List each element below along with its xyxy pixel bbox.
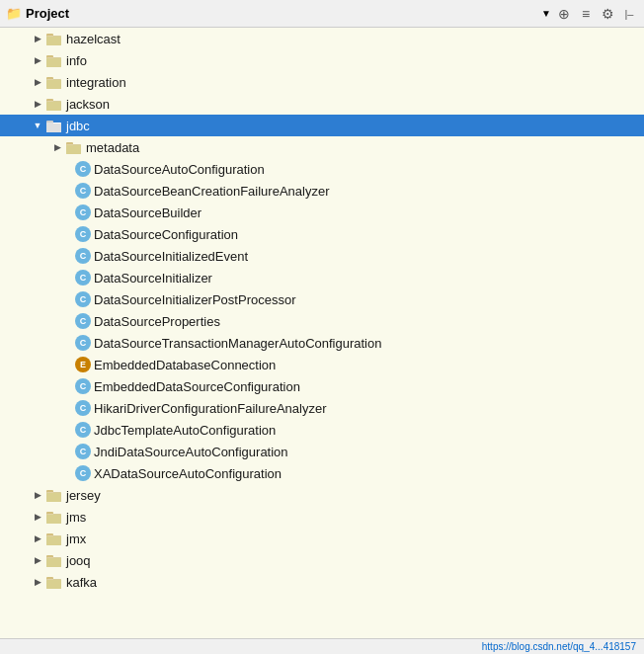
minimize-icon[interactable]: |–	[620, 5, 638, 23]
tree-item-EmbeddedDatabaseConnection[interactable]: EEmbeddedDatabaseConnection	[0, 354, 644, 375]
svg-rect-27	[46, 493, 61, 502]
class-badge: C	[75, 400, 91, 416]
item-label: DataSourceInitializedEvent	[94, 249, 248, 264]
toolbar-title: Project	[26, 6, 537, 21]
status-bar: https://blog.csdn.net/qq_4...418157	[0, 638, 644, 654]
item-label: DataSourceAutoConfiguration	[94, 162, 265, 177]
svg-rect-43	[46, 580, 61, 589]
tree-item-info[interactable]: info	[0, 49, 644, 71]
item-label: DataSourceProperties	[94, 314, 220, 329]
svg-rect-39	[46, 558, 61, 567]
folder-icon	[45, 531, 63, 545]
tree-container: hazelcast info integration jackson jdbc	[0, 28, 644, 654]
folder-icon	[45, 488, 63, 502]
folder-icon	[45, 97, 63, 111]
item-label: kafka	[66, 575, 97, 590]
tree-arrow	[30, 52, 45, 68]
svg-rect-23	[66, 145, 81, 154]
svg-rect-3	[46, 37, 61, 45]
item-label: info	[66, 53, 87, 68]
class-badge: C	[75, 226, 91, 242]
tree-item-kafka[interactable]: kafka	[0, 571, 644, 593]
item-label: jersey	[66, 488, 101, 503]
folder-icon	[45, 553, 63, 567]
class-badge: C	[75, 248, 91, 264]
tree-arrow	[30, 509, 45, 525]
tree-item-hazelcast[interactable]: hazelcast	[0, 28, 644, 49]
project-icon: 📁	[6, 6, 22, 21]
item-label: JndiDataSourceAutoConfiguration	[94, 445, 288, 459]
tree-item-jmx[interactable]: jmx	[0, 528, 644, 549]
layout-icon[interactable]: ≡	[577, 5, 595, 23]
item-label: XADataSourceAutoConfiguration	[94, 466, 282, 481]
class-badge: C	[75, 465, 91, 481]
folder-icon	[65, 140, 83, 154]
item-label: jmx	[66, 531, 86, 546]
tree-arrow	[30, 74, 45, 90]
item-label: jms	[66, 510, 86, 525]
status-url: https://blog.csdn.net/qq_4...418157	[482, 641, 636, 652]
tree-item-DataSourceProperties[interactable]: CDataSourceProperties	[0, 310, 644, 332]
tree-item-metadata[interactable]: metadata	[0, 136, 644, 158]
dropdown-arrow[interactable]: ▼	[541, 8, 551, 19]
item-label: DataSourceBeanCreationFailureAnalyzer	[94, 184, 329, 199]
item-label: DataSourceBuilder	[94, 205, 201, 220]
folder-icon	[45, 53, 63, 67]
add-icon[interactable]: ⊕	[555, 5, 573, 23]
svg-rect-7	[46, 58, 61, 67]
tree-item-jdbc[interactable]: jdbc	[0, 115, 644, 136]
item-label: jackson	[66, 97, 110, 112]
folder-icon	[45, 575, 63, 589]
tree-item-XADataSourceAutoConfiguration[interactable]: CXADataSourceAutoConfiguration	[0, 462, 644, 484]
folder-icon	[45, 75, 63, 89]
tree-item-JndiDataSourceAutoConfiguration[interactable]: CJndiDataSourceAutoConfiguration	[0, 441, 644, 462]
svg-rect-19	[46, 123, 61, 132]
tree-item-DataSourceBeanCreationFailureAnalyzer[interactable]: CDataSourceBeanCreationFailureAnalyzer	[0, 180, 644, 202]
class-badge: C	[75, 161, 91, 177]
tree-item-DataSourceInitializerPostProcessor[interactable]: CDataSourceInitializerPostProcessor	[0, 288, 644, 310]
svg-rect-15	[46, 102, 61, 111]
class-badge: C	[75, 291, 91, 307]
tree-item-jooq[interactable]: jooq	[0, 549, 644, 571]
svg-rect-11	[46, 80, 61, 89]
item-label: jdbc	[66, 119, 90, 133]
tree-item-DataSourceTransactionManagerAutoConfiguration[interactable]: CDataSourceTransactionManagerAutoConfigu…	[0, 332, 644, 354]
tree-arrow	[30, 96, 45, 112]
tree-arrow	[30, 574, 45, 590]
item-label: DataSourceInitializer	[94, 271, 212, 286]
toolbar: 📁 Project ▼ ⊕ ≡ ⚙ |–	[0, 0, 644, 28]
tree-arrow	[30, 487, 45, 503]
tree-arrow	[49, 139, 65, 155]
item-label: DataSourceConfiguration	[94, 227, 238, 242]
svg-rect-31	[46, 515, 61, 524]
item-label: DataSourceTransactionManagerAutoConfigur…	[94, 336, 381, 351]
item-label: JdbcTemplateAutoConfiguration	[94, 423, 276, 438]
tree-item-HikariDriverConfigurationFailureAnalyzer[interactable]: CHikariDriverConfigurationFailureAnalyze…	[0, 397, 644, 419]
item-label: DataSourceInitializerPostProcessor	[94, 292, 295, 307]
tree-item-DataSourceInitializer[interactable]: CDataSourceInitializer	[0, 267, 644, 288]
tree-item-JdbcTemplateAutoConfiguration[interactable]: CJdbcTemplateAutoConfiguration	[0, 419, 644, 441]
tree-item-integration[interactable]: integration	[0, 71, 644, 93]
item-label: jooq	[66, 553, 91, 568]
tree-item-jersey[interactable]: jersey	[0, 484, 644, 506]
class-badge: C	[75, 313, 91, 329]
tree-item-DataSourceConfiguration[interactable]: CDataSourceConfiguration	[0, 223, 644, 245]
class-badge: C	[75, 335, 91, 351]
item-label: metadata	[86, 140, 139, 155]
settings-icon[interactable]: ⚙	[599, 5, 616, 23]
tree-arrow	[30, 531, 45, 546]
svg-rect-35	[46, 536, 61, 545]
tree-item-jackson[interactable]: jackson	[0, 93, 644, 115]
tree-item-EmbeddedDataSourceConfiguration[interactable]: CEmbeddedDataSourceConfiguration	[0, 375, 644, 397]
tree-item-DataSourceInitializedEvent[interactable]: CDataSourceInitializedEvent	[0, 245, 644, 267]
class-badge: C	[75, 422, 91, 438]
tree-item-DataSourceAutoConfiguration[interactable]: CDataSourceAutoConfiguration	[0, 158, 644, 180]
toolbar-icons: ⊕ ≡ ⚙ |–	[555, 5, 638, 23]
tree-arrow	[30, 118, 45, 133]
enum-badge: E	[75, 357, 91, 372]
item-label: EmbeddedDataSourceConfiguration	[94, 379, 300, 394]
tree-item-DataSourceBuilder[interactable]: CDataSourceBuilder	[0, 202, 644, 223]
folder-icon	[45, 119, 63, 132]
item-label: hazelcast	[66, 32, 121, 46]
tree-item-jms[interactable]: jms	[0, 506, 644, 528]
